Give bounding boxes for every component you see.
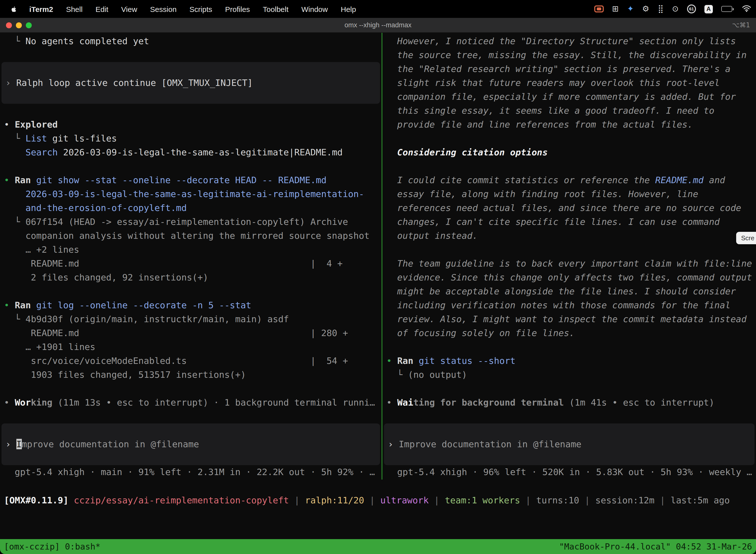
terminal-line: including verification notes with those … bbox=[382, 298, 756, 312]
text-segment: └ bbox=[4, 216, 25, 227]
gear-icon[interactable]: ⚙ bbox=[642, 5, 649, 13]
input-source-icon[interactable]: A bbox=[704, 5, 713, 13]
text-segment: 2026-03-09-is-legal-the-same-as-legitima… bbox=[58, 147, 343, 157]
zoom-button[interactable] bbox=[26, 22, 32, 28]
terminal-line: • Ran git status --short bbox=[382, 354, 756, 368]
text-segment: I bbox=[16, 439, 21, 449]
close-button[interactable] bbox=[6, 22, 12, 28]
terminal-line bbox=[0, 382, 381, 396]
terminal-line: Considering citation options bbox=[382, 146, 756, 159]
text-segment: references need actual files, and since … bbox=[386, 203, 741, 213]
text-segment: | bbox=[654, 495, 671, 505]
terminal-line: essay file, along with finding root file… bbox=[382, 187, 756, 201]
text-segment: › bbox=[5, 77, 16, 88]
text-segment: Ran bbox=[397, 355, 413, 366]
screen-recording-indicator-icon[interactable] bbox=[594, 5, 604, 12]
menu-item-session[interactable]: Session bbox=[150, 5, 177, 13]
terminal-line: review. Also, I might want to inspect th… bbox=[382, 312, 756, 326]
terminal-line: the source tree, missing the essay. Stil… bbox=[382, 48, 756, 62]
text-segment: ting for background terminal bbox=[413, 397, 564, 407]
prompt-input-left[interactable]: › Improve documentation in @filename bbox=[1, 424, 380, 465]
terminal-area: └ No agents completed yet› Ralph loop ac… bbox=[0, 33, 756, 554]
text-segment: team:1 workers bbox=[445, 495, 520, 505]
text-segment: cczip/essay/ai-reimplementation-copyleft bbox=[74, 495, 289, 505]
menu-item-toolbelt[interactable]: Toolbelt bbox=[263, 5, 289, 13]
terminal-line: src/voice/voiceModeEnabled.ts | 54 + bbox=[0, 354, 381, 368]
text-segment: No agents completed yet bbox=[25, 36, 149, 46]
menu-item-window[interactable]: Window bbox=[301, 5, 328, 13]
terminal-line: └ (no output) bbox=[382, 368, 756, 382]
text-segment: 2026-03-09-is-legal-the-same-as-legitima… bbox=[4, 189, 364, 199]
terminal-line: › Ralph loop active continue [OMX_TMUX_I… bbox=[1, 76, 380, 90]
text-segment: and bbox=[704, 175, 725, 185]
wifi-icon[interactable] bbox=[742, 5, 751, 13]
menu-bar-status-icons: ⊞ ✦ ⚙ ⣿ ⊙ 61 A bbox=[594, 4, 751, 13]
text-segment: 1903 files changed, 513517 insertions(+) bbox=[4, 369, 246, 380]
terminal-line: └ 4b9d30f (origin/main, instructkr/main,… bbox=[0, 312, 381, 326]
text-segment: evidence. Since this change only affects… bbox=[386, 272, 752, 282]
terminal-line bbox=[382, 409, 756, 424]
key-icon[interactable]: ⊙ bbox=[672, 5, 679, 13]
text-segment: | bbox=[364, 495, 380, 505]
screen-overlay-button[interactable]: Scre bbox=[736, 232, 756, 244]
menu-item-iterm2[interactable]: iTerm2 bbox=[29, 5, 53, 13]
window-title-bar[interactable]: omx --xhigh --madmax ⌥⌘1 bbox=[0, 18, 756, 33]
terminal-line: README.md | 4 + bbox=[0, 257, 381, 271]
battery-body bbox=[721, 6, 732, 12]
text-segment: Wai bbox=[397, 397, 413, 407]
text-segment: README.md | 280 + bbox=[4, 328, 348, 338]
text-segment: gpt-5.4 xhigh · main · 91% left · 2.31M … bbox=[4, 466, 375, 477]
text-segment: changes, I can't cite specific file line… bbox=[386, 216, 720, 227]
minimize-button[interactable] bbox=[16, 22, 22, 28]
text-segment: last:5m ago bbox=[671, 495, 730, 505]
omx-status-line: [OMX#0.11.9] cczip/essay/ai-reimplementa… bbox=[0, 493, 756, 507]
text-segment: git log --oneline --decorate -n 5 --stat bbox=[36, 300, 251, 310]
apple-menu-icon[interactable] bbox=[9, 5, 16, 13]
menu-item-profiles[interactable]: Profiles bbox=[225, 5, 250, 13]
menu-item-edit[interactable]: Edit bbox=[96, 5, 108, 13]
text-segment: session:12m bbox=[595, 495, 654, 505]
ralph-loop-banner[interactable]: › Ralph loop active continue [OMX_TMUX_I… bbox=[1, 62, 380, 104]
text-segment: 2 files changed, 92 insertions(+) bbox=[4, 272, 208, 282]
terminal-line: output instead. bbox=[382, 229, 756, 243]
gauge-icon[interactable]: 61 bbox=[687, 4, 696, 13]
text-segment: • bbox=[4, 300, 15, 310]
iterm-window: omx --xhigh --madmax ⌥⌘1 └ No agents com… bbox=[0, 18, 756, 554]
grid-icon[interactable]: ⊞ bbox=[612, 5, 619, 13]
text-segment: companion analysis without altering the … bbox=[4, 230, 370, 241]
text-segment: git show --stat --oneline --decorate HEA… bbox=[36, 175, 326, 185]
terminal-line bbox=[0, 284, 381, 298]
text-segment: ultrawork bbox=[380, 495, 429, 505]
text-segment: | bbox=[289, 495, 305, 505]
prompt-input-right[interactable]: › Improve documentation in @filename bbox=[384, 424, 755, 465]
terminal-line: the "Related research writing" section i… bbox=[382, 62, 756, 76]
text-segment: The team guideline is to back every impo… bbox=[386, 258, 752, 269]
terminal-line: gpt-5.4 xhigh · main · 91% left · 2.31M … bbox=[0, 465, 381, 479]
menu-item-help[interactable]: Help bbox=[341, 5, 356, 13]
text-segment: slight risk that future readers may over… bbox=[386, 77, 720, 88]
terminal-pane-left[interactable]: └ No agents completed yet› Ralph loop ac… bbox=[0, 33, 381, 480]
text-segment: └ bbox=[4, 36, 25, 46]
terminal-line: 1903 files changed, 513517 insertions(+) bbox=[0, 368, 381, 382]
text-segment: › bbox=[5, 439, 16, 449]
terminal-line: slight risk that future readers may over… bbox=[382, 76, 756, 90]
text-segment: [OMX#0.11.9] bbox=[4, 495, 68, 505]
menu-item-view[interactable]: View bbox=[121, 5, 137, 13]
text-segment: 067f154 (HEAD -> essay/ai-reimplementati… bbox=[25, 216, 348, 227]
text-segment: README.md bbox=[655, 175, 704, 185]
battery-tip bbox=[733, 8, 734, 10]
terminal-line bbox=[382, 340, 756, 354]
sparkle-icon[interactable]: ✦ bbox=[627, 5, 634, 13]
text-segment bbox=[413, 355, 419, 366]
terminal-line: However, I noticed the "Directory Struct… bbox=[382, 34, 756, 48]
battery-icon[interactable] bbox=[721, 6, 734, 12]
tmux-host-clock-label: "MacBook-Pro-44.local" 04:52 31-Mar-26 bbox=[559, 540, 752, 554]
menu-item-scripts[interactable]: Scripts bbox=[189, 5, 212, 13]
terminal-pane-right[interactable]: However, I noticed the "Directory Struct… bbox=[382, 33, 756, 480]
terminal-line: The team guideline is to back every impo… bbox=[382, 257, 756, 271]
text-segment: | bbox=[579, 495, 595, 505]
dots-grid-icon[interactable]: ⣿ bbox=[658, 5, 664, 13]
terminal-line: provide file and line references from th… bbox=[382, 118, 756, 131]
terminal-line: changes, I can't cite specific file line… bbox=[382, 215, 756, 229]
menu-item-shell[interactable]: Shell bbox=[66, 5, 82, 13]
